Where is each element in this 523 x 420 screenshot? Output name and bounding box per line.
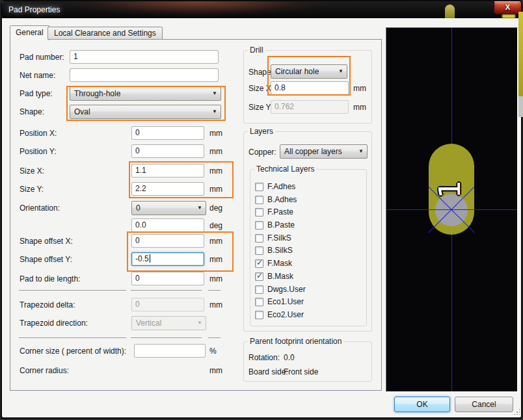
tab-general[interactable]: General [10, 25, 49, 40]
pad-preview-canvas: 1 [386, 27, 518, 392]
background-track-glimpse [518, 12, 523, 96]
ok-button[interactable]: OK [394, 397, 450, 412]
window-title: Pad Properties [8, 5, 60, 14]
close-icon: X [505, 3, 510, 11]
tab-page-general [10, 39, 382, 391]
cancel-button[interactable]: Cancel [455, 397, 513, 412]
dialog-client-area: Pad Properties X General Local Clearance… [2, 1, 521, 417]
background-glimpse [518, 96, 523, 117]
background-pad-glimpse [502, 14, 515, 18]
tab-local-clearance[interactable]: Local Clearance and Settings [47, 27, 163, 40]
title-bar[interactable]: Pad Properties X [2, 1, 521, 18]
resize-grip[interactable] [513, 408, 520, 415]
pad-number-text: 1 [435, 175, 464, 203]
crosshair-horizontal [386, 209, 517, 210]
screen: Pad Properties X General Local Clearance… [0, 0, 523, 420]
close-button[interactable]: X [494, 1, 521, 14]
background-pad-glimpse [445, 5, 455, 18]
pad-properties-dialog: Pad Properties X General Local Clearance… [1, 0, 522, 419]
